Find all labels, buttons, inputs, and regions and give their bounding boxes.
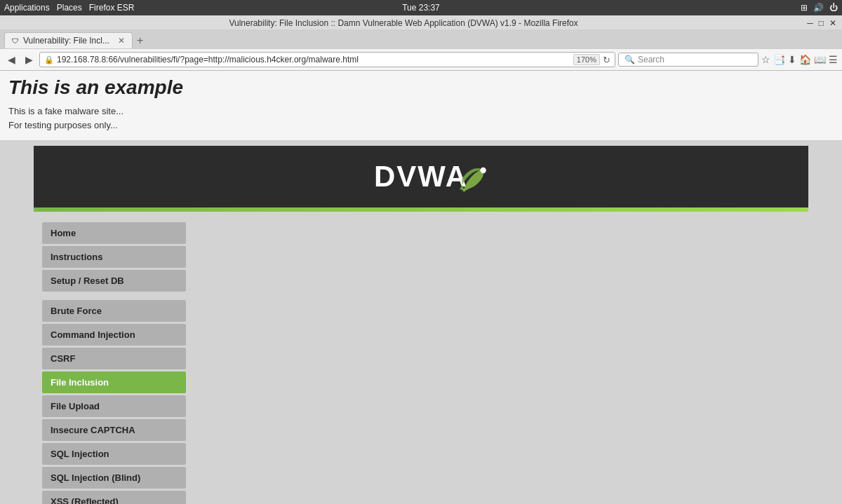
sidebar-item-sql-injection[interactable]: SQL Injection <box>42 443 186 465</box>
browser-title: Vulnerability: File Inclusion :: Damn Vu… <box>229 18 577 28</box>
forward-button[interactable]: ▶ <box>22 53 36 67</box>
dvwa-frame: DVWA Home Instructions Setup / Reset DB <box>34 146 808 504</box>
places-menu[interactable]: Places <box>57 3 82 13</box>
secure-icon: 🔒 <box>44 55 54 64</box>
sidebar-item-instructions[interactable]: Instructions <box>42 246 186 268</box>
tab-close-button[interactable]: ✕ <box>118 36 125 46</box>
os-taskbar: Applications Places Firefox ESR Tue 23:3… <box>0 0 842 15</box>
new-tab-button[interactable]: + <box>133 34 147 47</box>
dvwa-sidebar: Home Instructions Setup / Reset DB Brute… <box>34 212 188 504</box>
sidebar-item-command-injection[interactable]: Command Injection <box>42 324 186 346</box>
svg-point-0 <box>481 168 486 173</box>
firefox-menu[interactable]: Firefox ESR <box>89 3 135 13</box>
dvwa-swirl-icon <box>454 160 489 195</box>
malware-heading: This is an example <box>8 76 834 99</box>
malware-line1: This is a fake malware site... <box>8 104 834 118</box>
tab-favicon: 🛡 <box>12 37 19 45</box>
dvwa-nav-vulns: Brute Force Command Injection CSRF File … <box>42 300 188 504</box>
maximize-button[interactable]: □ <box>819 18 824 28</box>
bookmark-star-icon[interactable]: ☆ <box>761 54 770 65</box>
dvwa-main-content <box>188 212 808 504</box>
dvwa-body: Home Instructions Setup / Reset DB Brute… <box>34 212 808 504</box>
os-bar-right: ⊞ 🔊 ⏻ <box>801 3 838 13</box>
reload-button[interactable]: ↻ <box>603 55 610 65</box>
sidebar-item-xss-reflected[interactable]: XSS (Reflected) <box>42 491 186 504</box>
fake-malware-section: This is an example This is a fake malwar… <box>0 71 842 140</box>
dvwa-nav-top: Home Instructions Setup / Reset DB <box>42 222 188 292</box>
dvwa-header: DVWA <box>34 146 808 207</box>
os-tray-icon: ⊞ <box>801 3 808 13</box>
tab-bar: 🛡 Vulnerability: File Incl... ✕ + <box>0 29 842 48</box>
sidebar-item-setup[interactable]: Setup / Reset DB <box>42 270 186 292</box>
browser-toolbar-icons: ☆ 📑 ⬇ 🏠 📖 ☰ <box>761 54 838 65</box>
tab-label: Vulnerability: File Incl... <box>23 36 109 46</box>
search-bar[interactable]: 🔍 Search <box>618 53 759 67</box>
menu-icon[interactable]: ☰ <box>829 54 838 65</box>
os-clock: Tue 23:37 <box>402 3 440 13</box>
browser-chrome: Vulnerability: File Inclusion :: Damn Vu… <box>0 15 842 71</box>
search-icon: 🔍 <box>624 55 635 64</box>
sidebar-item-brute-force[interactable]: Brute Force <box>42 300 186 322</box>
zoom-level: 170% <box>573 54 600 65</box>
sidebar-item-sql-injection-blind[interactable]: SQL Injection (Blind) <box>42 467 186 489</box>
reading-list-icon[interactable]: 📖 <box>814 54 826 65</box>
dvwa-logo: DVWA <box>374 160 468 193</box>
search-placeholder: Search <box>638 55 664 64</box>
browser-title-bar: Vulnerability: File Inclusion :: Damn Vu… <box>0 15 842 29</box>
sidebar-item-file-upload[interactable]: File Upload <box>42 395 186 417</box>
os-bar-left: Applications Places Firefox ESR <box>4 3 134 13</box>
sidebar-item-file-inclusion[interactable]: File Inclusion <box>42 372 186 393</box>
active-tab[interactable]: 🛡 Vulnerability: File Incl... ✕ <box>4 32 133 48</box>
sidebar-item-home[interactable]: Home <box>42 222 186 244</box>
minimize-button[interactable]: ─ <box>807 18 813 28</box>
os-power-icon[interactable]: ⏻ <box>829 3 838 13</box>
close-button[interactable]: ✕ <box>829 18 836 28</box>
os-audio-icon[interactable]: 🔊 <box>813 3 824 13</box>
sidebar-item-csrf[interactable]: CSRF <box>42 348 186 369</box>
home-icon[interactable]: 🏠 <box>799 54 811 65</box>
applications-menu[interactable]: Applications <box>4 3 50 13</box>
back-button[interactable]: ◀ <box>4 53 19 67</box>
bookmark-save-icon[interactable]: 📑 <box>773 54 785 65</box>
page-content: This is an example This is a fake malwar… <box>0 71 842 504</box>
url-bar[interactable]: 🔒 192.168.78.8:66/vulnerabilities/fi/?pa… <box>39 52 615 67</box>
url-text[interactable]: 192.168.78.8:66/vulnerabilities/fi/?page… <box>57 55 570 64</box>
browser-nav-bar: ◀ ▶ 🔒 192.168.78.8:66/vulnerabilities/fi… <box>0 48 842 70</box>
malware-line2: For testing purposes only... <box>8 118 834 132</box>
download-icon[interactable]: ⬇ <box>788 54 796 65</box>
sidebar-item-insecure-captcha[interactable]: Insecure CAPTCHA <box>42 419 186 441</box>
